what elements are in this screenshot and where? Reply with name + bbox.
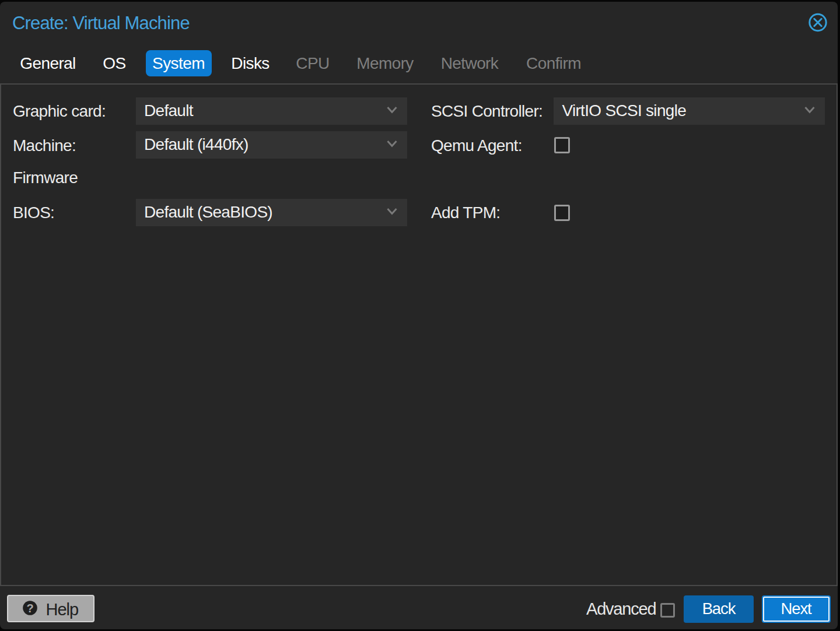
svg-text:?: ? (26, 602, 33, 615)
